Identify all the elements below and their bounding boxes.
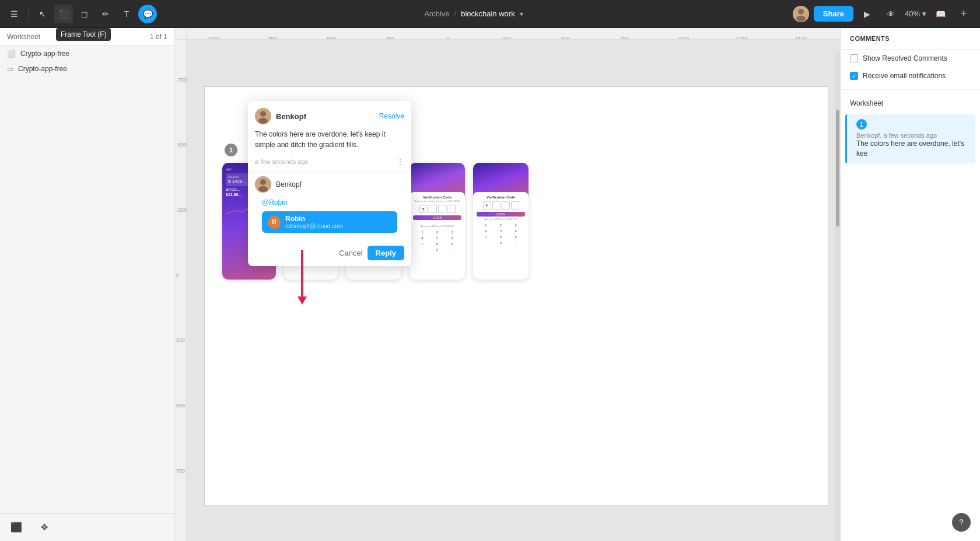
comment-more-icon[interactable]: ⋮ bbox=[396, 157, 404, 166]
pen-tool-button[interactable]: ✏ bbox=[96, 5, 115, 23]
login-code-4 bbox=[511, 201, 519, 210]
login-submit-label: LOGIN bbox=[477, 212, 525, 217]
scrollbar-thumb[interactable] bbox=[836, 110, 839, 226]
show-resolved-option[interactable]: Show Resolved Comments bbox=[841, 50, 980, 67]
lkey-0: 0 bbox=[494, 240, 508, 245]
zoom-control[interactable]: 40% ▾ bbox=[905, 9, 926, 18]
code-input-4 bbox=[447, 205, 456, 213]
code-inputs: Y bbox=[413, 205, 461, 213]
ruler-tick: 1500 bbox=[795, 36, 807, 40]
lkey-8: 8 bbox=[494, 235, 508, 239]
comment-tool-button[interactable]: 💬 bbox=[138, 5, 157, 23]
reply-button[interactable]: Reply bbox=[368, 246, 404, 260]
svg-point-10 bbox=[260, 179, 266, 185]
number-pad: 1 2 3 4 5 6 7 8 9 0 ← bbox=[413, 230, 461, 252]
vertical-ruler: -750 -500 -250 0 250 500 750 bbox=[175, 40, 187, 541]
verify-title: Verification Code bbox=[413, 196, 461, 199]
ruler-h-inner: -1000 -750 -500 -250 0 250 500 750 1000 … bbox=[187, 28, 840, 39]
commenter-avatar-1 bbox=[255, 108, 271, 124]
svg-point-2 bbox=[796, 16, 806, 22]
resend-link: --- bbox=[413, 221, 461, 224]
breadcrumb-separator: / bbox=[454, 9, 457, 18]
svg-point-7 bbox=[260, 111, 266, 117]
key-9: 9 bbox=[445, 242, 459, 246]
preview-button[interactable]: 👁 bbox=[881, 5, 900, 23]
vertical-scrollbar[interactable] bbox=[835, 51, 840, 541]
canvas-content: wall... BALANCE $ 1428... BITCO... $12,6… bbox=[187, 40, 840, 541]
panel-divider bbox=[841, 89, 980, 90]
email-notifications-option[interactable]: ✓ Receive email notifications bbox=[841, 67, 980, 85]
ruler-tick-v: 750 bbox=[176, 468, 185, 474]
ruler-tick-v: 0 bbox=[176, 273, 179, 278]
lkey-5: 5 bbox=[494, 229, 508, 233]
panel-comment-1[interactable]: 1 Benkopf, a few seconds ago The colors … bbox=[845, 114, 975, 163]
lkey-4: 4 bbox=[479, 229, 493, 233]
comment-body-text: The colors here are overdone, let's keep… bbox=[248, 129, 411, 155]
arrow-stem bbox=[301, 250, 303, 296]
components-icon[interactable]: ❖ bbox=[35, 518, 54, 537]
mention-info: Robin robinkopf@icloud.com bbox=[285, 215, 343, 229]
comment-popup: Benkopf Resolve The colors here are over… bbox=[248, 101, 411, 266]
resolve-button[interactable]: Resolve bbox=[379, 112, 404, 120]
mention-email: robinkopf@icloud.com bbox=[285, 223, 343, 229]
comment-preview-text: The colors here are overdone, let's kee bbox=[856, 139, 966, 159]
ruler-tick: 250 bbox=[502, 36, 511, 40]
ruler-tick: -1000 bbox=[206, 36, 219, 40]
frame-icon-1: ⬜ bbox=[7, 50, 16, 58]
lkey-7: 7 bbox=[479, 235, 493, 239]
new-user-link: Are you a NEW user? SIGN UP bbox=[413, 225, 461, 228]
help-button[interactable]: ? bbox=[952, 513, 971, 532]
mention-name: Robin bbox=[285, 215, 343, 223]
layers-icon[interactable]: ⬛ bbox=[7, 518, 26, 537]
commenter-name-1: Benkopf bbox=[276, 112, 374, 121]
left-sidebar: Worksheet 1 of 1 ⬜ Crypto-app-free ▭ Cry… bbox=[0, 28, 175, 541]
sidebar-item-1-label: Crypto-app-free bbox=[20, 50, 69, 58]
comment-number-dot: 1 bbox=[856, 119, 867, 130]
user-avatar[interactable] bbox=[793, 6, 809, 22]
menu-button[interactable]: ☰ bbox=[5, 5, 23, 23]
lkey-del: ← bbox=[509, 240, 523, 245]
sidebar-item-2[interactable]: ▭ Crypto-app-free bbox=[0, 61, 174, 76]
cancel-button[interactable]: Cancel bbox=[339, 249, 362, 257]
comment-timestamp: a few seconds ago ⋮ bbox=[248, 155, 411, 171]
select-tool-button[interactable]: ↖ bbox=[33, 5, 52, 23]
play-button[interactable]: ▶ bbox=[858, 5, 877, 23]
login-code-1: Y bbox=[483, 201, 491, 210]
email-notifications-checkbox[interactable]: ✓ bbox=[850, 72, 858, 80]
annotation-arrow bbox=[298, 250, 307, 305]
ruler-tick: 1250 bbox=[736, 36, 748, 40]
ruler-tick: -250 bbox=[384, 36, 394, 40]
shape-tool-button[interactable]: ◻ bbox=[75, 5, 94, 23]
text-tool-button[interactable]: T bbox=[117, 5, 136, 23]
login-code-3 bbox=[502, 201, 510, 210]
zoom-chevron: ▾ bbox=[922, 9, 926, 18]
svg-point-11 bbox=[258, 186, 268, 192]
library-button[interactable]: 📖 bbox=[931, 5, 950, 23]
canvas-area[interactable]: -1000 -750 -500 -250 0 250 500 750 1000 … bbox=[175, 28, 840, 541]
sidebar-item-1[interactable]: ⬜ Crypto-app-free bbox=[0, 46, 174, 61]
ruler-tick: 1000 bbox=[677, 36, 689, 40]
project-menu-chevron[interactable]: ▾ bbox=[520, 10, 523, 18]
arrow-head bbox=[298, 296, 307, 305]
sidebar-item-2-label: Crypto-app-free bbox=[18, 65, 67, 73]
mention-item-robin[interactable]: R Robin robinkopf@icloud.com bbox=[262, 211, 397, 233]
frame-tool-button[interactable]: ⬛ bbox=[54, 5, 73, 23]
login-form-title: Verification Code bbox=[477, 196, 525, 199]
login-submit-btn: LOGIN bbox=[477, 212, 525, 217]
wallet-label: wall... bbox=[226, 167, 233, 171]
comment-marker-1[interactable]: 1 bbox=[225, 144, 237, 156]
add-button[interactable]: + bbox=[954, 5, 973, 23]
show-resolved-checkbox[interactable] bbox=[850, 54, 858, 62]
panel-section-title: Worksheet bbox=[841, 95, 980, 112]
svg-point-8 bbox=[258, 118, 268, 124]
comment-author-meta: Benkopf, a few seconds ago bbox=[856, 132, 966, 139]
timestamp-text: a few seconds ago bbox=[255, 158, 309, 165]
login-form: Verification Code Y LOGIN Are you a NEW … bbox=[473, 192, 528, 249]
share-button[interactable]: Share bbox=[814, 6, 853, 22]
ruler-tick-v: 250 bbox=[176, 337, 185, 343]
key-2: 2 bbox=[430, 230, 444, 235]
ruler-v-inner: -750 -500 -250 0 250 500 750 bbox=[175, 40, 186, 541]
lkey-9: 9 bbox=[509, 235, 523, 239]
ruler-tick-v: -250 bbox=[176, 207, 187, 213]
breadcrumb-parent: Archive bbox=[424, 9, 449, 18]
